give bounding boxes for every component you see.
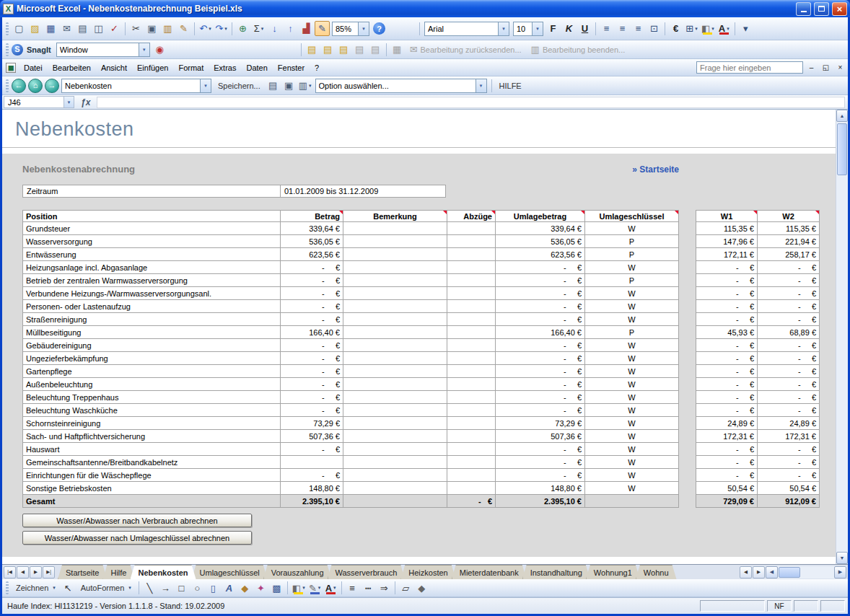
cell-abzuege[interactable] [447,482,496,495]
prev-sheet-button[interactable]: ◀ [17,566,29,578]
menu-format[interactable]: Format [173,61,209,74]
diagram-icon[interactable]: ◆ [237,581,253,596]
cell-w2[interactable]: 258,17 € [758,248,820,261]
menu-ansicht[interactable]: Ansicht [96,61,132,74]
cell-w2[interactable]: - € [758,274,820,287]
cell-umlageschluessel[interactable]: W [585,378,679,391]
cell-position[interactable]: Einrichtungen für die Wäschepflege [22,469,281,482]
line-style-icon[interactable]: ≡ [345,581,360,596]
cell-betrag[interactable]: 73,29 € [281,417,343,430]
cell-betrag[interactable]: - € [281,469,343,482]
menu-hilfe[interactable]: ? [310,61,324,74]
cell-umlagebetrag[interactable]: 2.395,10 € [496,495,585,508]
cell-abzuege[interactable] [447,235,496,248]
option-select-combobox[interactable]: Option auswählen... ▼ [315,79,487,93]
first-sheet-button[interactable]: |◀ [4,566,16,578]
cell-abzuege[interactable] [447,352,496,365]
cell-w2[interactable]: - € [758,261,820,274]
cell-w2[interactable]: 221,94 € [758,235,820,248]
col-header-w1[interactable]: W1 [696,210,758,222]
cell-umlageschluessel[interactable]: W [585,222,679,235]
cell-position[interactable]: Beleuchtung Waschküche [22,404,281,417]
cell-position[interactable]: Sonstige Betriebskosten [22,482,281,495]
cell-betrag[interactable] [281,456,343,469]
cell-bemerkung[interactable] [343,235,447,248]
workbook-close-button[interactable]: × [834,62,846,73]
cell-umlagebetrag[interactable]: 339,64 € [496,222,585,235]
cell-w1[interactable]: - € [696,339,758,352]
cell-w1[interactable]: - € [696,443,758,456]
cell-position[interactable]: Entwässerung [22,248,281,261]
capture-icon[interactable]: ◉ [152,42,167,57]
merge-center-icon[interactable]: ⊡ [647,21,662,36]
fill-color-icon-dropdown[interactable]: ▾ [711,26,714,32]
cell-umlagebetrag[interactable]: 166,40 € [496,326,585,339]
abrechnen-verbrauch-button[interactable]: Wasser/Abwasser nach Verbrauch abrechnen [22,514,252,527]
home-icon[interactable]: ⌂ [28,79,43,93]
tab-hilfe[interactable]: Hilfe [102,565,134,579]
fill-color-icon[interactable]: ◧▾ [700,21,716,36]
cell-bemerkung[interactable] [343,365,447,378]
clip-art-icon[interactable]: ✦ [253,581,268,596]
sort-descending-icon[interactable]: ↑ [283,21,298,36]
horizontal-scrollbar[interactable]: ◀ ▶ [766,566,846,578]
paste-options-icon-dropdown[interactable]: ▾ [309,83,312,89]
font-size-dropdown-arrow[interactable]: ▼ [532,22,543,35]
new-document-icon[interactable]: ▢ [12,21,27,36]
minimize-button[interactable] [796,2,811,16]
cell-bemerkung[interactable] [343,352,447,365]
menu-datei[interactable]: Datei [19,61,48,74]
cell-bemerkung[interactable] [343,391,447,404]
oval-icon[interactable]: ○ [190,581,205,596]
cell-w1[interactable]: 45,93 € [696,326,758,339]
cell-abzuege[interactable] [447,378,496,391]
cell-abzuege[interactable] [447,339,496,352]
vertical-scrollbar[interactable]: ▲ ▼ [836,110,848,564]
cell-umlageschluessel[interactable]: P [585,235,679,248]
cell-w1[interactable]: 147,96 € [696,235,758,248]
scroll-right-button[interactable]: ▶ [834,566,846,578]
cell-betrag[interactable]: - € [281,365,343,378]
tab-scroll-right-button[interactable]: ▶ [753,566,765,578]
cell-abzuege[interactable] [447,248,496,261]
cell-w2[interactable]: - € [758,339,820,352]
next-sheet-button[interactable]: ▶ [30,566,42,578]
cell-umlageschluessel[interactable]: W [585,287,679,300]
cell-bemerkung[interactable] [343,274,447,287]
cell-bemerkung[interactable] [343,417,447,430]
borders-icon[interactable]: ⊞▾ [684,21,699,36]
arrow-icon[interactable]: → [158,581,173,596]
cell-bemerkung[interactable] [343,261,447,274]
cell-umlagebetrag[interactable]: - € [496,287,585,300]
col-header-abzuege[interactable]: Abzüge [447,210,496,222]
cell-abzuege[interactable] [447,456,496,469]
cell-betrag[interactable]: - € [281,339,343,352]
cell-umlageschluessel[interactable]: W [585,352,679,365]
autosum-icon[interactable]: Σ▾ [251,21,266,36]
cell-w2[interactable]: 24,89 € [758,417,820,430]
cell-umlagebetrag[interactable]: - € [496,378,585,391]
cell-position[interactable]: Personen- oder Lastenaufzug [22,300,281,313]
cell-position[interactable]: Ungezieferbekämpfung [22,352,281,365]
cell-position[interactable]: Beleuchtung Treppenhaus [22,391,281,404]
cell-bemerkung[interactable] [343,456,447,469]
cell-bemerkung[interactable] [343,339,447,352]
zeitraum-label-cell[interactable]: Zeitraum [22,185,281,198]
excel-app-icon[interactable]: X [3,4,14,14]
cell-w2[interactable]: 912,09 € [758,495,820,508]
cell-abzuege[interactable] [447,261,496,274]
cell-abzuege[interactable]: - € [447,495,496,508]
vertical-scroll-thumb[interactable] [837,123,847,175]
formula-input[interactable] [97,97,845,108]
cell-betrag[interactable]: - € [281,443,343,456]
hilfe-button[interactable]: HILFE [495,78,526,93]
italic-icon[interactable]: K [561,21,577,36]
previous-comment-icon[interactable]: ▤ [320,42,336,57]
cell-w1[interactable]: - € [696,469,758,482]
cell-w2[interactable]: - € [758,443,820,456]
cell-betrag[interactable]: 148,80 € [281,482,343,495]
cell-bemerkung[interactable] [343,443,447,456]
cell-w2[interactable]: - € [758,469,820,482]
tab-wohnung1[interactable]: Wohnung1 [586,565,640,579]
cell-abzuege[interactable] [447,300,496,313]
